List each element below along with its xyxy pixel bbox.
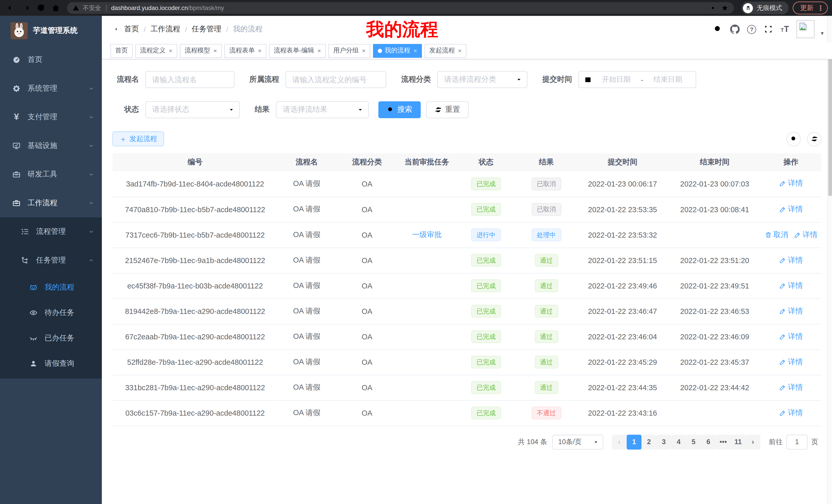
- cell-process-name: OA 请假: [278, 222, 336, 248]
- tab-process-model[interactable]: 流程模型×: [180, 44, 222, 58]
- column-header: 当前审批任务: [398, 153, 456, 171]
- sidebar-item-process-management[interactable]: 流程管理: [0, 217, 102, 246]
- bookmark-star-icon[interactable]: [721, 4, 729, 12]
- detail-action-link[interactable]: 详情: [779, 383, 803, 392]
- page-button-6[interactable]: 6: [701, 435, 716, 449]
- close-tab-icon[interactable]: ×: [413, 48, 417, 54]
- page-scrollbar[interactable]: [827, 16, 832, 504]
- help-icon[interactable]: ?: [747, 25, 756, 34]
- close-tab-icon[interactable]: ×: [169, 48, 172, 54]
- tab-process-form-edit[interactable]: 流程表单-编辑×: [269, 44, 326, 58]
- goto-page: 前往 页: [769, 435, 818, 449]
- page-button-3[interactable]: 3: [656, 435, 671, 449]
- sidebar-item-infrastructure[interactable]: 基础设施: [0, 132, 102, 160]
- url-text[interactable]: dashboard.yudao.iocoder.cn/bpm/task/my: [111, 5, 224, 11]
- start-process-button[interactable]: ＋ 发起流程: [113, 132, 164, 146]
- more-pages-button[interactable]: •••: [716, 435, 731, 449]
- category-select[interactable]: 请选择流程分类: [437, 71, 527, 88]
- cell-result: 通过: [517, 299, 576, 324]
- page-button-2[interactable]: 2: [642, 435, 656, 449]
- cell-actions: 详情: [760, 299, 822, 324]
- tab-my-process[interactable]: 我的流程×: [373, 44, 422, 58]
- page-size-select[interactable]: 10条/页: [552, 435, 603, 449]
- avatar-broken-image[interactable]: [797, 20, 814, 38]
- page-button-4[interactable]: 4: [671, 435, 686, 449]
- address-bar[interactable]: 不安全 dashboard.yudao.iocoder.cn/bpm/task/…: [67, 2, 734, 13]
- yen-icon: ¥: [12, 112, 21, 122]
- breadcrumb-item[interactable]: 任务管理: [192, 24, 222, 34]
- sidebar-item-dev-tools[interactable]: 研发工具: [0, 160, 102, 189]
- tab-start-process[interactable]: 发起流程×: [424, 44, 466, 58]
- github-icon[interactable]: [730, 24, 740, 34]
- refresh-table-button[interactable]: [807, 132, 822, 146]
- security-label[interactable]: 不安全: [83, 4, 101, 12]
- sidebar-item-done-tasks[interactable]: 已办任务: [0, 326, 102, 351]
- goto-page-input[interactable]: [786, 435, 808, 449]
- header-search-icon[interactable]: [713, 24, 723, 34]
- sidebar-item-my-process[interactable]: 我的流程: [0, 275, 102, 300]
- sidebar-collapse-icon[interactable]: [102, 16, 124, 43]
- process-name-input[interactable]: [145, 71, 234, 88]
- close-tab-icon[interactable]: ×: [362, 48, 366, 54]
- status-select[interactable]: 请选择状态: [145, 101, 240, 118]
- detail-action-link[interactable]: 详情: [779, 306, 803, 316]
- page-button-11[interactable]: 11: [731, 435, 746, 449]
- result-select[interactable]: 请选择流结果: [276, 101, 369, 118]
- tab-process-definition[interactable]: 流程定义×: [135, 44, 177, 58]
- detail-action-link[interactable]: 详情: [779, 204, 803, 214]
- next-page-button[interactable]: ›: [746, 435, 760, 449]
- tab-home[interactable]: 首页: [110, 44, 133, 58]
- detail-action-link[interactable]: 详情: [779, 281, 803, 290]
- cell-submit-time: 2022-01-22 23:51:15: [576, 248, 669, 273]
- detail-action-link[interactable]: 详情: [779, 357, 803, 367]
- fullscreen-icon[interactable]: [763, 24, 773, 34]
- sidebar-item-home[interactable]: 首页: [0, 46, 102, 74]
- close-tab-icon[interactable]: ×: [213, 48, 217, 54]
- scrollbar-thumb[interactable]: [828, 48, 832, 196]
- sidebar-item-task-management[interactable]: 任务管理: [0, 246, 102, 275]
- font-size-icon[interactable]: TT: [781, 25, 789, 33]
- search-button[interactable]: 搜索: [378, 101, 421, 118]
- show-search-toggle-button[interactable]: [786, 132, 801, 146]
- sidebar-item-todo-tasks[interactable]: 待办任务: [0, 300, 102, 326]
- breadcrumb-item[interactable]: 工作流程: [150, 24, 180, 34]
- page-button-5[interactable]: 5: [686, 435, 701, 449]
- breadcrumb-item[interactable]: 首页: [124, 24, 139, 34]
- sidebar-item-leave-query[interactable]: 请假查询: [0, 351, 102, 376]
- detail-action-link[interactable]: 详情: [779, 408, 803, 417]
- close-tab-icon[interactable]: ×: [258, 48, 261, 54]
- browser-forward-icon[interactable]: [19, 1, 33, 15]
- cell-submit-time: 2022-01-22 23:43:16: [576, 400, 669, 426]
- close-tab-icon[interactable]: ×: [458, 48, 462, 54]
- reset-button[interactable]: 重置: [426, 101, 468, 118]
- sidebar-item-system[interactable]: 系统管理: [0, 74, 102, 103]
- chevron-down-icon: [88, 85, 95, 92]
- cell-status: 已完成: [456, 273, 517, 299]
- detail-action-link[interactable]: 详情: [794, 230, 817, 240]
- sidebar-item-payment[interactable]: ¥支付管理: [0, 103, 102, 131]
- browser-home-icon[interactable]: [49, 1, 63, 15]
- current-task-link[interactable]: 一级审批: [412, 230, 442, 240]
- prev-page-button[interactable]: ‹: [612, 435, 627, 449]
- browser-menu-dots-icon[interactable]: ⋮: [817, 4, 824, 12]
- submit-time-range-picker[interactable]: 开始日期 - 结束日期: [578, 71, 696, 88]
- detail-action-link[interactable]: 详情: [779, 179, 803, 188]
- browser-reload-icon[interactable]: [34, 1, 48, 15]
- browser-update-button[interactable]: 更新 ⋮: [793, 2, 828, 15]
- detail-action-link[interactable]: 详情: [779, 332, 803, 341]
- avatar-caret-icon[interactable]: ▼: [820, 31, 825, 36]
- status-badge: 已完成: [471, 305, 501, 318]
- cancel-action-link[interactable]: 取消: [764, 230, 788, 240]
- browser-back-icon[interactable]: [4, 1, 18, 15]
- password-key-icon[interactable]: [710, 4, 718, 12]
- tab-process-form[interactable]: 流程表单×: [225, 44, 266, 58]
- sidebar-item-workflow[interactable]: 工作流程: [0, 189, 102, 217]
- column-header: 编号: [113, 153, 278, 171]
- detail-action-link[interactable]: 详情: [779, 255, 803, 265]
- close-tab-icon[interactable]: ×: [317, 48, 321, 54]
- eye-icon: [29, 309, 38, 317]
- page-button-1[interactable]: 1: [627, 435, 642, 449]
- incognito-badge: 无痕模式: [741, 2, 788, 15]
- tab-user-group[interactable]: 用户分组×: [329, 44, 370, 58]
- process-definition-input[interactable]: [285, 71, 386, 88]
